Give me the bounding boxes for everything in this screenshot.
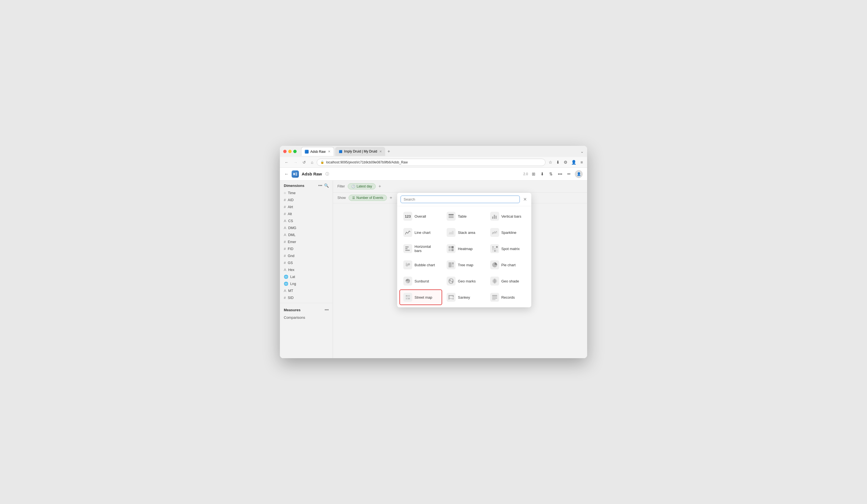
tab-adsb-raw[interactable]: 🟦 Adsb Raw ✕: [301, 147, 334, 156]
svg-rect-3: [449, 216, 453, 216]
svg-rect-48: [453, 298, 453, 300]
viz-option-spot-matrix[interactable]: Spot matrix: [486, 241, 529, 256]
app-info-icon[interactable]: ⓘ: [325, 172, 329, 176]
viz-option-label-records: Records: [501, 295, 515, 300]
tab-favicon-imply: 🟦: [339, 149, 342, 153]
geo-marks-icon: [447, 277, 456, 286]
app-title: Adsb Raw: [302, 172, 322, 176]
svg-rect-14: [451, 246, 453, 248]
viz-option-sankey[interactable]: Sankey: [443, 289, 485, 305]
svg-rect-7: [495, 216, 496, 219]
viz-option-overall[interactable]: 123 Overall: [399, 208, 442, 224]
viz-option-label-stack-area: Stack area: [458, 230, 475, 235]
viz-option-label-tree-map: Tree map: [458, 263, 473, 267]
svg-point-20: [492, 248, 494, 250]
svg-point-36: [449, 280, 451, 281]
user-avatar[interactable]: 👤: [575, 170, 583, 178]
svg-rect-1: [296, 172, 297, 176]
svg-rect-42: [408, 295, 410, 297]
svg-point-19: [496, 246, 498, 248]
svg-rect-43: [406, 297, 410, 298]
viz-option-records[interactable]: Records: [486, 289, 529, 305]
svg-point-23: [492, 250, 493, 251]
svg-rect-51: [492, 298, 497, 299]
menu-button[interactable]: ≡: [580, 159, 584, 165]
svg-rect-12: [405, 250, 410, 251]
viz-option-geo-shade[interactable]: Geo shade: [486, 273, 529, 289]
app-version: 2.0: [523, 172, 528, 176]
svg-rect-52: [492, 299, 495, 300]
viz-option-sparkline[interactable]: Sparkline: [486, 225, 529, 240]
street-map-icon: [403, 293, 412, 302]
viz-option-line-chart[interactable]: Line chart: [399, 225, 442, 240]
viz-option-street-map[interactable]: Street map: [399, 289, 442, 305]
main-content: Dimensions ••• 🔍 ○ Time # AID # Alrt # A: [280, 181, 587, 358]
close-button[interactable]: [283, 150, 287, 153]
viz-option-stack-area[interactable]: Stack area: [443, 225, 485, 240]
svg-point-37: [452, 281, 453, 282]
tab-imply-druid[interactable]: 🟦 Imply Druid | My Druid ✕: [335, 147, 385, 156]
viz-option-heatmap[interactable]: Heatmap: [443, 241, 485, 256]
svg-rect-16: [451, 249, 453, 251]
svg-marker-9: [449, 231, 453, 234]
profile-icon[interactable]: 👤: [570, 159, 577, 166]
viz-option-label-overall: Overall: [415, 214, 426, 218]
stack-area-icon: [447, 228, 456, 237]
add-tab-button[interactable]: +: [386, 149, 391, 154]
dropdown-search-bar: ✕: [397, 193, 531, 206]
reload-button[interactable]: ↺: [301, 159, 307, 165]
line-chart-icon: [403, 228, 412, 237]
viz-options-grid: 123 Overall Table: [397, 206, 531, 307]
tabs-area: 🟦 Adsb Raw ✕ 🟦 Imply Druid | My Druid ✕ …: [301, 147, 578, 156]
forward-button[interactable]: →: [292, 159, 299, 165]
extensions-icon[interactable]: ⚙: [563, 159, 568, 166]
viz-option-label-street-map: Street map: [415, 295, 432, 300]
security-icon: 🔒: [320, 160, 324, 164]
viz-option-pie-chart[interactable]: Pie chart: [486, 257, 529, 273]
download-icon[interactable]: ⬇: [555, 159, 560, 166]
dropdown-close-button[interactable]: ✕: [522, 196, 528, 203]
svg-point-27: [408, 263, 410, 265]
svg-rect-2: [449, 214, 453, 215]
viz-option-geo-marks[interactable]: Geo marks: [443, 273, 485, 289]
app-back-button[interactable]: ←: [284, 172, 289, 176]
viz-option-bubble-chart[interactable]: Bubble chart: [399, 257, 442, 273]
back-button[interactable]: ←: [283, 159, 290, 165]
svg-rect-5: [492, 216, 493, 219]
svg-rect-11: [405, 248, 407, 249]
sunburst-icon: [403, 277, 412, 286]
viz-option-sunburst[interactable]: Sunburst: [399, 273, 442, 289]
viz-option-vertical-bars[interactable]: Vertical bars: [486, 208, 529, 224]
minimize-button[interactable]: [288, 150, 292, 153]
svg-rect-13: [449, 246, 451, 248]
svg-rect-29: [449, 262, 452, 267]
viz-option-horizontal-bars[interactable]: Horizontal bars: [399, 241, 442, 256]
tab-close-imply[interactable]: ✕: [379, 150, 382, 153]
svg-rect-47: [453, 295, 453, 297]
viz-option-tree-map[interactable]: Tree map: [443, 257, 485, 273]
viz-option-label-vertical-bars: Vertical bars: [501, 214, 522, 218]
tab-close-adsb[interactable]: ✕: [328, 150, 330, 153]
traffic-lights: [283, 150, 297, 153]
more-options-button[interactable]: •••: [557, 170, 564, 178]
viz-option-label-sunburst: Sunburst: [415, 279, 429, 283]
heatmap-icon: [447, 244, 456, 253]
svg-point-25: [496, 250, 497, 251]
svg-rect-4: [449, 217, 453, 218]
bookmark-button[interactable]: ☆: [548, 159, 553, 166]
viz-option-label-heatmap: Heatmap: [458, 247, 473, 251]
download-button[interactable]: ⬇: [539, 170, 545, 178]
grid-view-button[interactable]: ⊞: [531, 170, 537, 178]
svg-rect-31: [452, 265, 453, 267]
svg-rect-46: [449, 295, 449, 300]
svg-point-18: [494, 247, 495, 248]
maximize-button[interactable]: [293, 150, 297, 153]
home-button[interactable]: ⌂: [310, 159, 314, 165]
address-bar[interactable]: 🔒 localhost:9095/pivot/i/c71b9cb09e087b9…: [317, 159, 546, 166]
viz-option-table[interactable]: Table: [443, 208, 485, 224]
share-button[interactable]: ⇅: [548, 170, 554, 178]
sparkline-icon: [490, 228, 499, 237]
edit-button[interactable]: ✏: [566, 170, 572, 178]
svg-rect-0: [293, 173, 295, 175]
viz-search-input[interactable]: [400, 195, 520, 203]
